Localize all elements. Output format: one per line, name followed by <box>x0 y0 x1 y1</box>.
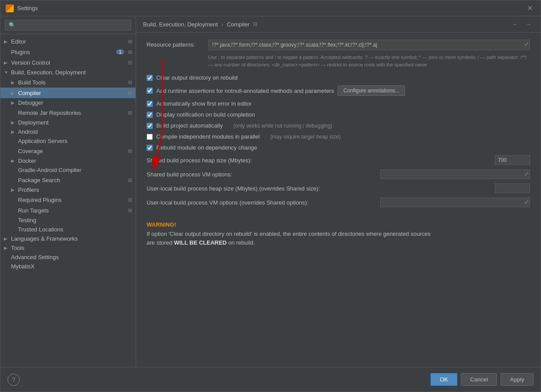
chevron-right-icon: ▶ <box>11 187 18 192</box>
chevron-down-icon: ▼ <box>4 70 11 75</box>
checkbox-rebuild-label: Rebuild module on dependency change <box>156 144 257 151</box>
breadcrumb-separator: › <box>221 21 223 28</box>
checkbox-build-auto-label: Build project automatically <box>156 122 223 129</box>
pin-icon: ⊟ <box>126 196 134 204</box>
vm-options-expand-button[interactable]: ⤢ <box>524 170 529 177</box>
vm-options-input[interactable] <box>380 169 530 179</box>
pin-icon: ⊟ <box>126 78 134 86</box>
checkbox-show-error-row: Automatically show first error in editor <box>147 100 530 107</box>
chevron-right-icon: ▶ <box>11 158 18 163</box>
sidebar-item-label: Run Targets <box>18 207 126 214</box>
sidebar-item-tools[interactable]: ▶ Tools <box>0 243 136 253</box>
sidebar-item-application-servers[interactable]: Application Servers <box>0 136 136 146</box>
configure-annotations-button[interactable]: Configure annotations... <box>338 85 405 96</box>
sidebar-item-editor[interactable]: ▶ Editor ⊟ <box>0 36 136 47</box>
sidebar-item-run-targets[interactable]: Run Targets ⊟ <box>0 205 136 216</box>
user-vm-options-input-wrap: ⤢ <box>380 198 530 207</box>
heap-size-row: Shared build process heap size (Mbytes): <box>147 155 530 165</box>
heap-size-input[interactable] <box>495 155 530 165</box>
apply-button[interactable]: Apply <box>501 373 534 386</box>
sidebar-item-advanced-settings[interactable]: Advanced Settings <box>0 253 136 262</box>
sidebar-item-docker[interactable]: ▶ Docker <box>0 156 136 165</box>
sidebar-item-label: Deployment <box>18 119 136 126</box>
hint-text: Use ; to separate patterns and ! to nega… <box>208 54 530 68</box>
content-area: ▶ Editor ⊟ Plugins 1 ⊟ ▶ Version Control… <box>0 16 541 367</box>
sidebar-item-testing[interactable]: Testing <box>0 216 136 225</box>
sidebar-item-label: Package Search <box>18 177 126 183</box>
checkbox-compile-parallel[interactable] <box>147 134 153 140</box>
help-button[interactable]: ? <box>7 374 20 386</box>
sidebar-item-label: Compiler <box>18 90 126 96</box>
checkbox-build-automatically[interactable] <box>147 123 153 129</box>
sidebar-item-deployment[interactable]: ▶ Deployment <box>0 118 136 127</box>
breadcrumb-current: Compiler <box>227 21 250 28</box>
pin-icon: ⊟ <box>126 59 134 66</box>
chevron-right-icon: ▶ <box>11 120 18 125</box>
forward-button[interactable]: → <box>524 20 534 29</box>
checkbox-notification-label: Display notification on build completion <box>156 111 255 118</box>
sidebar-item-languages-frameworks[interactable]: ▶ Languages & Frameworks <box>0 234 136 243</box>
vm-options-input-wrap: ⤢ <box>380 169 530 179</box>
checkbox-assertions[interactable] <box>147 88 153 94</box>
pin-icon: ⊟ <box>126 109 134 117</box>
expand-button[interactable]: ⤢ <box>524 40 529 48</box>
sidebar-item-label: Build Tools <box>18 79 126 86</box>
cancel-button[interactable]: Cancel <box>461 373 497 386</box>
sidebar: ▶ Editor ⊟ Plugins 1 ⊟ ▶ Version Control… <box>0 16 136 367</box>
checkbox-rebuild-row: Rebuild module on dependency change <box>147 144 530 151</box>
sidebar-item-label: Plugins <box>11 49 116 55</box>
user-vm-label: User-local build process VM options (ove… <box>147 199 380 206</box>
sidebar-item-required-plugins[interactable]: Required Plugins ⊟ <box>0 194 136 205</box>
checkbox-assertions-label: Add runtime assertions for notnull-annot… <box>156 88 334 94</box>
checkbox-show-first-error[interactable] <box>147 101 153 107</box>
back-button[interactable]: ← <box>511 20 520 29</box>
close-button[interactable]: ✕ <box>524 3 535 13</box>
sidebar-item-package-search[interactable]: Package Search ⊟ <box>0 175 136 185</box>
sidebar-item-label: Docker <box>18 158 136 164</box>
pin-icon: ⊟ <box>126 89 134 97</box>
breadcrumb-bar: Build, Execution, Deployment › Compiler … <box>136 16 541 33</box>
ok-button[interactable]: OK <box>431 373 457 386</box>
sidebar-item-label: Android <box>18 128 136 135</box>
resource-patterns-input[interactable] <box>208 40 530 50</box>
sidebar-item-coverage[interactable]: Coverage ⊟ <box>0 146 136 156</box>
user-heap-size-row: User-local build process heap size (Mbyt… <box>147 183 530 193</box>
warning-box: WARNING! If option 'Clear output directo… <box>147 221 530 247</box>
sidebar-item-trusted-locations[interactable]: Trusted Locations <box>0 225 136 234</box>
sidebar-item-android[interactable]: ▶ Android <box>0 127 136 136</box>
main-panel: Build, Execution, Deployment › Compiler … <box>136 16 541 367</box>
sidebar-item-compiler[interactable]: ▶ Compiler ⊟ <box>0 88 136 98</box>
main-content-relative: Resource patterns: ⤢ Use ; to separate p… <box>136 33 541 367</box>
user-vm-options-input[interactable] <box>380 198 530 207</box>
user-vm-expand-button[interactable]: ⤢ <box>524 198 529 205</box>
sidebar-item-label: Remote Jar Repositories <box>18 110 126 116</box>
user-heap-input[interactable] <box>495 183 530 193</box>
checkbox-clear-output-row: Clear output directory on rebuild <box>147 74 530 81</box>
sidebar-tree: ▶ Editor ⊟ Plugins 1 ⊟ ▶ Version Control… <box>0 34 136 367</box>
sidebar-item-label: Gradle-Android Compiler <box>18 167 136 173</box>
sidebar-item-label: Application Servers <box>18 138 136 144</box>
sidebar-item-label: Version Control <box>11 59 126 66</box>
sidebar-item-plugins[interactable]: Plugins 1 ⊟ <box>0 47 136 57</box>
sidebar-item-profilers[interactable]: ▶ Profilers <box>0 185 136 194</box>
sidebar-item-build-execution-deployment[interactable]: ▼ Build, Execution, Deployment <box>0 68 136 77</box>
checkbox-assertions-row: Add runtime assertions for notnull-annot… <box>147 85 530 96</box>
parallel-note: (may require larger heap size) <box>270 134 341 140</box>
sidebar-item-version-control[interactable]: ▶ Version Control ⊟ <box>0 57 136 68</box>
checkbox-display-notification[interactable] <box>147 112 153 118</box>
checkbox-rebuild-dependency[interactable] <box>147 145 153 151</box>
sidebar-item-label: Editor <box>11 38 126 45</box>
user-vm-options-row: User-local build process VM options (ove… <box>147 198 530 207</box>
sidebar-item-mybatisx[interactable]: MybatisX <box>0 262 136 271</box>
sidebar-item-build-tools[interactable]: ▶ Build Tools ⊟ <box>0 77 136 88</box>
sidebar-item-debugger[interactable]: ▶ Debugger <box>0 98 136 107</box>
sidebar-item-remote-jar-repos[interactable]: Remote Jar Repositories ⊟ <box>0 107 136 118</box>
checkbox-clear-output[interactable] <box>147 75 153 81</box>
build-auto-note: (only works while not running / debuggin… <box>233 123 332 129</box>
sidebar-item-gradle-android[interactable]: Gradle-Android Compiler <box>0 165 136 175</box>
title-bar: Settings ✕ <box>0 0 541 16</box>
plugins-badge: 1 <box>116 49 124 55</box>
sidebar-item-label: MybatisX <box>11 263 136 270</box>
chevron-right-icon: ▶ <box>4 236 11 241</box>
search-input[interactable] <box>5 20 131 30</box>
